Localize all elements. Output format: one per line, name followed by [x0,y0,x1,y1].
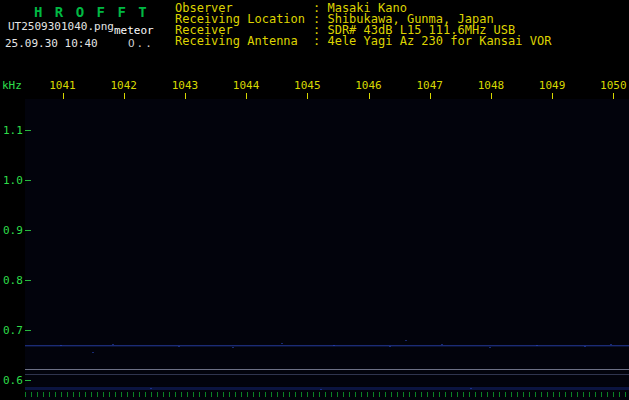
freq-axis-unit-label: kHz [2,79,22,92]
signal-level-strip [25,386,629,400]
time-tick-label: 1043 [172,79,199,92]
time-tick-label: 1047 [416,79,443,92]
signal-strip-baseline-ticks [25,392,629,397]
time-tick-label: 1048 [478,79,505,92]
app-title: H R O F F T [34,4,149,20]
freq-tick-label: 0.9 [3,224,23,237]
hrofft-window: H R O F F T UT2509301040.png meteor 25.0… [0,0,629,400]
time-tick-label: 1049 [539,79,566,92]
time-tick-label: 1050 [600,79,627,92]
freq-tick-label: 0.8 [3,274,23,287]
freq-tick-label: 1.0 [3,174,23,187]
info-value: : 4ele Yagi Az 230 for Kansai VOR [313,34,551,48]
station-info-row: Receiving Antenna: 4ele Yagi Az 230 for … [175,36,551,47]
station-info: Observer: Masaki KanoReceiving Location:… [175,3,551,47]
time-tick-label: 1042 [110,79,137,92]
signal-strip-noise-band [25,387,629,390]
freq-tick-label: 0.7 [3,324,23,337]
datetime-label: 25.09.30 10:40 [5,37,98,50]
freq-tick-label: 0.6 [3,374,23,387]
info-label: Receiving Antenna [175,36,313,47]
freq-tick-label: 1.1 [3,124,23,137]
output-filename: UT2509301040.png [8,20,114,33]
time-tick-label: 1046 [355,79,382,92]
mode-label: meteor [114,24,154,37]
spectrogram-plot [25,99,629,386]
time-tick-label: 1041 [49,79,76,92]
echo-counter: O.. [128,37,154,50]
time-tick-label: 1045 [294,79,321,92]
time-tick-label: 1044 [233,79,260,92]
